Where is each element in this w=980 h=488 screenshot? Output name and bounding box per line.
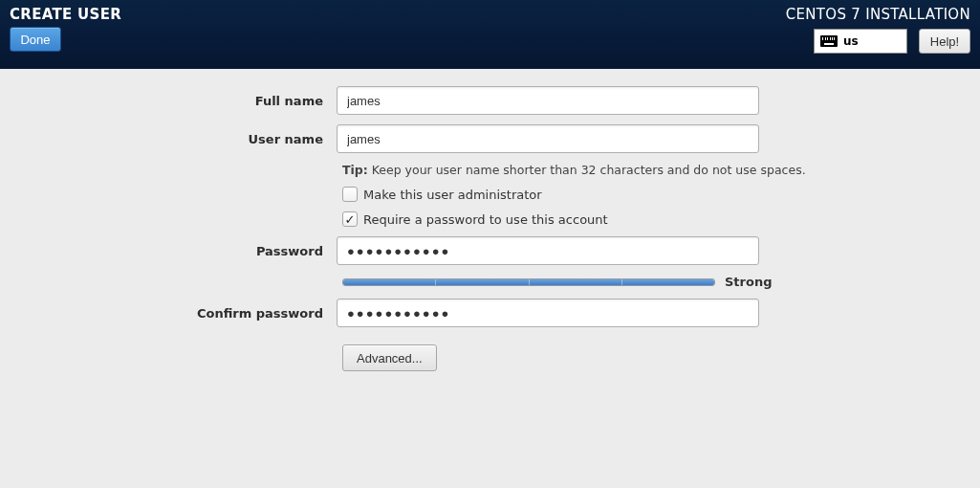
full-name-row: Full name <box>0 86 980 115</box>
header-left: CREATE USER Done <box>10 6 121 61</box>
tip-label: Tip: <box>342 163 368 177</box>
header-right: CENTOS 7 INSTALLATION us Help! <box>786 6 970 61</box>
require-password-row: Require a password to use this account <box>342 211 980 227</box>
user-name-input[interactable] <box>337 124 759 153</box>
strength-segment <box>343 279 436 285</box>
full-name-input[interactable] <box>337 86 759 115</box>
password-strength-label: Strong <box>725 275 772 289</box>
advanced-button[interactable]: Advanced... <box>342 344 437 371</box>
admin-checkbox[interactable] <box>342 187 358 202</box>
keyboard-layout-indicator[interactable]: us <box>814 29 907 54</box>
require-password-label: Require a password to use this account <box>363 212 608 227</box>
keyboard-layout-text: us <box>843 34 859 48</box>
strength-segment <box>436 279 529 285</box>
tip-row: Tip: Keep your user name shorter than 32… <box>342 163 980 177</box>
password-strength-bar <box>342 278 715 286</box>
done-button[interactable]: Done <box>10 27 61 52</box>
install-title: CENTOS 7 INSTALLATION <box>786 6 970 23</box>
page-title: CREATE USER <box>10 6 121 23</box>
confirm-password-input[interactable] <box>337 299 759 327</box>
header-bar: CREATE USER Done CENTOS 7 INSTALLATION u… <box>0 0 980 69</box>
header-controls: us Help! <box>814 29 970 54</box>
tip-text: Keep your user name shorter than 32 char… <box>368 163 806 177</box>
confirm-password-row: Confirm password <box>0 299 980 327</box>
admin-checkbox-label: Make this user administrator <box>363 188 542 202</box>
strength-segment <box>622 279 714 285</box>
user-name-row: User name <box>0 124 980 153</box>
admin-checkbox-row: Make this user administrator <box>342 187 980 202</box>
password-input[interactable] <box>337 236 759 265</box>
strength-segment <box>530 279 622 285</box>
user-name-label: User name <box>0 132 337 146</box>
form-content: Full name User name Tip: Keep your user … <box>0 69 980 371</box>
help-button[interactable]: Help! <box>919 29 970 54</box>
password-label: Password <box>0 244 337 258</box>
password-strength-row: Strong <box>342 275 980 289</box>
require-password-checkbox[interactable] <box>342 211 358 227</box>
keyboard-icon <box>820 35 838 47</box>
password-row: Password <box>0 236 980 265</box>
confirm-password-label: Confirm password <box>0 306 337 321</box>
full-name-label: Full name <box>0 94 337 108</box>
